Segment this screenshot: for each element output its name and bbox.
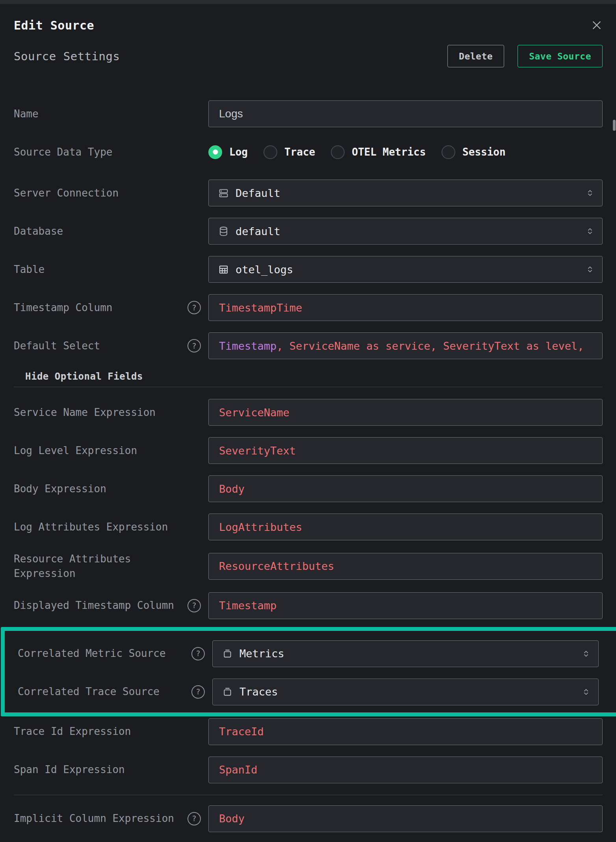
help-icon[interactable]: ? — [187, 339, 201, 352]
log-level-expression-input[interactable]: SeverityText — [208, 437, 603, 464]
field-row-timestamp-column: Timestamp Column ? TimestampTime — [14, 294, 603, 321]
table-icon — [218, 264, 229, 275]
displayed-timestamp-column-input[interactable]: Timestamp — [208, 592, 603, 619]
resource-attributes-expression-label: Resource Attributes Expression — [14, 552, 179, 581]
trace-id-expression-label: Trace Id Expression — [14, 724, 131, 739]
edit-source-dialog: Edit Source Source Settings Delete Save … — [0, 0, 616, 842]
toolbar: Source Settings Delete Save Source — [14, 45, 603, 67]
body-expression-label: Body Expression — [14, 482, 106, 496]
default-select-columns: , ServiceName as service, SeverityText a… — [276, 340, 584, 352]
radio-log[interactable]: Log — [208, 145, 248, 159]
correlated-metric-source-label: Correlated Metric Source — [18, 646, 166, 661]
correlated-sources-highlight: Correlated Metric Source ? Metrics — [1, 627, 616, 716]
radio-circle-icon — [208, 145, 222, 159]
service-name-expression-label: Service Name Expression — [14, 405, 156, 420]
field-row-body-expression: Body Expression Body — [14, 475, 603, 502]
field-row-correlated-trace-source: Correlated Trace Source ? Traces — [18, 679, 599, 705]
implicit-column-expression-input[interactable]: Body — [208, 805, 603, 832]
help-icon[interactable]: ? — [191, 685, 205, 699]
table-label: Table — [14, 262, 45, 277]
table-value: otel_logs — [236, 263, 579, 276]
service-name-expression-input[interactable]: ServiceName — [208, 399, 603, 426]
server-icon — [218, 188, 229, 198]
archive-icon — [222, 686, 233, 697]
default-select-keyword: Timestamp — [219, 340, 276, 352]
database-select[interactable]: default — [208, 218, 603, 245]
server-connection-select[interactable]: Default — [208, 180, 603, 206]
section-divider — [14, 795, 603, 795]
radio-trace[interactable]: Trace — [263, 145, 315, 159]
field-row-implicit-column-expression: Implicit Column Expression ? Body — [14, 805, 603, 832]
server-connection-value: Default — [236, 187, 579, 199]
trace-id-expression-input[interactable]: TraceId — [208, 718, 603, 745]
displayed-timestamp-column-label: Displayed Timestamp Column — [14, 598, 174, 613]
section-title: Source Settings — [14, 50, 120, 63]
name-input[interactable]: Logs — [208, 100, 603, 127]
body-expression-input[interactable]: Body — [208, 475, 603, 502]
timestamp-column-label: Timestamp Column — [14, 300, 112, 315]
correlated-trace-source-label: Correlated Trace Source — [18, 684, 160, 699]
section-divider — [14, 387, 603, 387]
field-row-log-level-expression: Log Level Expression SeverityText — [14, 437, 603, 464]
field-row-log-attributes-expression: Log Attributes Expression LogAttributes — [14, 514, 603, 540]
chevron-updown-icon — [586, 226, 594, 236]
correlated-trace-source-select[interactable]: Traces — [212, 679, 599, 705]
page-title: Edit Source — [14, 19, 94, 32]
radio-circle-icon — [331, 145, 345, 159]
field-row-trace-id-expression: Trace Id Expression TraceId — [14, 718, 603, 745]
toolbar-buttons: Delete Save Source — [447, 45, 603, 67]
save-source-button[interactable]: Save Source — [518, 45, 603, 67]
field-row-resource-attributes-expression: Resource Attributes Expression ResourceA… — [14, 552, 603, 581]
close-icon — [591, 19, 603, 31]
correlated-trace-source-value: Traces — [239, 686, 575, 698]
resource-attributes-expression-input[interactable]: ResourceAttributes — [208, 553, 603, 580]
field-row-span-id-expression: Span Id Expression SpanId — [14, 757, 603, 783]
hide-optional-fields-toggle[interactable]: Hide Optional Fields — [14, 371, 603, 382]
archive-icon — [222, 648, 233, 659]
field-row-displayed-timestamp-column: Displayed Timestamp Column ? Timestamp — [14, 592, 603, 619]
source-data-type-label: Source Data Type — [14, 145, 112, 159]
source-data-type-radio-group: Log Trace OTEL Metrics Session — [208, 145, 603, 159]
help-icon[interactable]: ? — [191, 647, 205, 660]
table-select[interactable]: otel_logs — [208, 256, 603, 283]
field-row-service-name-expression: Service Name Expression ServiceName — [14, 399, 603, 426]
log-attributes-expression-label: Log Attributes Expression — [14, 520, 168, 534]
dialog-header: Edit Source — [14, 0, 603, 33]
scrollbar-thumb[interactable] — [613, 120, 616, 131]
dialog-top-edge — [0, 0, 616, 4]
database-value: default — [236, 225, 579, 237]
name-label: Name — [14, 107, 39, 121]
timestamp-column-input[interactable]: TimestampTime — [208, 294, 603, 321]
database-label: Database — [14, 224, 63, 239]
correlated-metric-source-select[interactable]: Metrics — [212, 640, 599, 667]
field-row-default-select: Default Select ? Timestamp, ServiceName … — [14, 332, 603, 359]
field-row-source-data-type: Source Data Type Log Trace OTEL Metrics — [14, 139, 603, 165]
log-level-expression-label: Log Level Expression — [14, 443, 137, 458]
close-button[interactable] — [591, 19, 603, 31]
span-id-expression-input[interactable]: SpanId — [208, 757, 603, 783]
default-select-label: Default Select — [14, 339, 100, 353]
radio-otel-metrics[interactable]: OTEL Metrics — [331, 145, 426, 159]
name-value: Logs — [219, 108, 243, 120]
field-row-server-connection: Server Connection Default — [14, 180, 603, 206]
delete-button[interactable]: Delete — [447, 45, 504, 67]
timestamp-column-value: TimestampTime — [219, 302, 302, 314]
field-row-table: Table otel_logs — [14, 256, 603, 283]
radio-circle-icon — [263, 145, 277, 159]
correlated-metric-source-value: Metrics — [239, 647, 575, 660]
help-icon[interactable]: ? — [187, 599, 201, 612]
help-icon[interactable]: ? — [187, 301, 201, 314]
source-settings-form: Name Logs Source Data Type Log — [14, 100, 603, 832]
server-connection-label: Server Connection — [14, 186, 119, 200]
chevron-updown-icon — [586, 264, 594, 274]
chevron-updown-icon — [582, 687, 590, 697]
default-select-input[interactable]: Timestamp, ServiceName as service, Sever… — [208, 332, 603, 359]
chevron-updown-icon — [582, 649, 590, 659]
radio-circle-icon — [442, 145, 455, 159]
database-icon — [218, 226, 229, 237]
span-id-expression-label: Span Id Expression — [14, 762, 125, 777]
help-icon[interactable]: ? — [187, 812, 201, 825]
log-attributes-expression-input[interactable]: LogAttributes — [208, 514, 603, 540]
field-row-database: Database default — [14, 218, 603, 245]
radio-session[interactable]: Session — [442, 145, 506, 159]
